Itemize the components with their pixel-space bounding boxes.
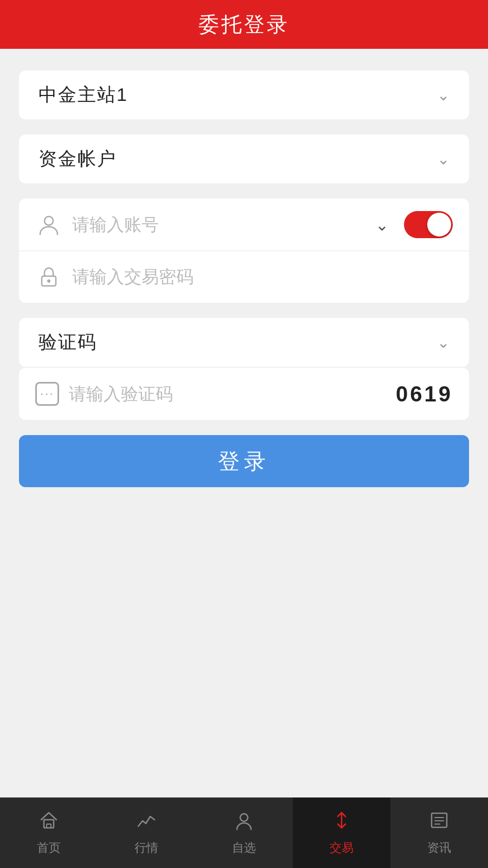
- login-button[interactable]: 登录: [19, 435, 469, 487]
- lock-icon: [35, 265, 62, 289]
- news-icon: [429, 810, 450, 835]
- verification-method-card[interactable]: 验证码 ⌄: [19, 318, 469, 367]
- nav-item-market[interactable]: 行情: [98, 797, 195, 868]
- nav-label-watchlist: 自选: [232, 840, 256, 856]
- verify-code-row: 0619: [19, 368, 469, 420]
- nav-label-news: 资讯: [427, 840, 451, 856]
- home-icon: [38, 810, 59, 835]
- verification-label: 验证码: [38, 330, 97, 355]
- nav-item-watchlist[interactable]: 自选: [195, 797, 293, 868]
- broker-label: 中金主站1: [38, 82, 128, 107]
- broker-chevron-icon: ⌄: [437, 86, 450, 104]
- account-selector-row[interactable]: 资金帐户 ⌄: [19, 135, 469, 183]
- verify-code-input[interactable]: [69, 384, 386, 404]
- username-dropdown-icon[interactable]: ⌄: [375, 215, 389, 234]
- nav-label-home: 首页: [37, 840, 61, 856]
- nav-label-market: 行情: [134, 840, 158, 856]
- header: 委托登录: [0, 0, 488, 49]
- verify-code-display[interactable]: 0619: [396, 382, 453, 406]
- toggle-thumb: [427, 213, 451, 237]
- main-content: 中金主站1 ⌄ 资金帐户 ⌄ ⌄: [0, 49, 488, 797]
- broker-selector-row[interactable]: 中金主站1 ⌄: [19, 71, 469, 119]
- password-row: [19, 251, 469, 303]
- verification-selector-row[interactable]: 验证码 ⌄: [19, 318, 469, 367]
- svg-point-0: [44, 216, 53, 225]
- username-row: ⌄: [19, 199, 469, 251]
- dots-icon: [35, 382, 59, 406]
- broker-selector-card[interactable]: 中金主站1 ⌄: [19, 71, 469, 119]
- remember-toggle[interactable]: [404, 211, 453, 238]
- username-input[interactable]: [72, 215, 365, 235]
- toggle-wrap: [404, 211, 453, 238]
- password-input[interactable]: [72, 267, 453, 287]
- chart-icon: [136, 810, 157, 835]
- trade-icon: [331, 810, 352, 835]
- account-chevron-icon: ⌄: [437, 150, 450, 168]
- svg-point-5: [240, 814, 248, 821]
- verification-chevron-icon: ⌄: [437, 334, 450, 352]
- account-selector-card[interactable]: 资金帐户 ⌄: [19, 135, 469, 183]
- svg-point-2: [47, 279, 50, 283]
- account-label: 资金帐户: [38, 146, 117, 171]
- watchlist-icon: [234, 810, 254, 835]
- nav-label-trade: 交易: [330, 840, 354, 856]
- person-icon: [35, 213, 62, 237]
- bottom-nav: 首页 行情 自选 交易: [0, 797, 488, 868]
- nav-item-home[interactable]: 首页: [0, 797, 98, 868]
- nav-item-news[interactable]: 资讯: [390, 797, 488, 868]
- credentials-card: ⌄: [19, 199, 469, 303]
- page-title: 委托登录: [198, 11, 290, 39]
- nav-item-trade[interactable]: 交易: [293, 797, 390, 868]
